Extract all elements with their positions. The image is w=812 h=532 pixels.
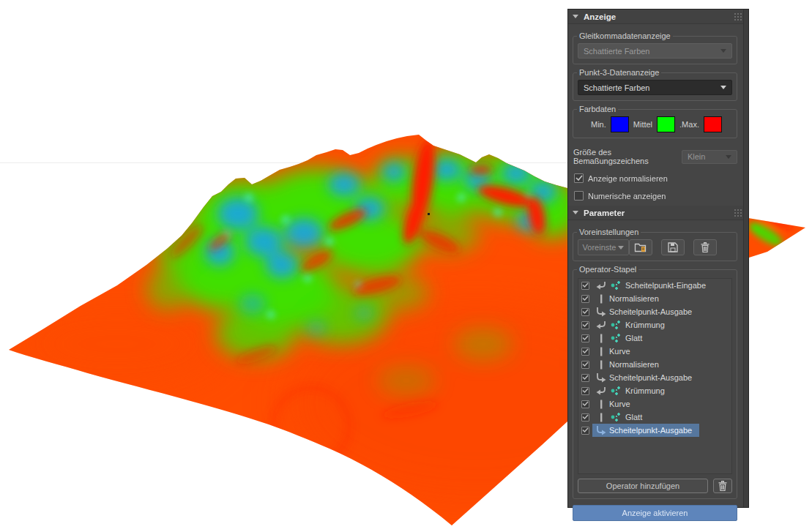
operator-row-body[interactable]: Kurve [592, 397, 699, 411]
presets-dropdown[interactable]: Voreinste [578, 239, 629, 255]
operator-enabled-checkbox[interactable] [581, 282, 589, 290]
operator-row-body[interactable]: Scheitelpunkt-Ausgabe [592, 305, 699, 318]
check-icon [582, 282, 589, 288]
float-display-group: Gleitkommadatenanzeige Schattierte Farbe… [573, 36, 737, 64]
out-icon [595, 373, 608, 383]
operator-row[interactable]: Scheitelpunkt-Eingabe [578, 279, 731, 292]
save-preset-button[interactable] [661, 239, 685, 255]
load-preset-button[interactable] [629, 239, 652, 255]
grip-icon[interactable] [734, 209, 742, 217]
rollout-title: Parameter [584, 209, 734, 217]
display-rollout-panel: Anzeige Gleitkommadatenanzeige Schattier… [567, 9, 749, 508]
operator-row[interactable]: Glatt [578, 331, 731, 345]
operator-enabled-checkbox[interactable] [581, 361, 589, 369]
operator-enabled-checkbox[interactable] [581, 374, 589, 382]
check-icon [582, 335, 589, 341]
particles-icon [608, 333, 624, 343]
operator-enabled-checkbox[interactable] [581, 413, 589, 422]
operator-row-body[interactable]: Normalisieren [592, 292, 699, 305]
delete-preset-button[interactable] [693, 239, 717, 255]
chevron-down-icon [618, 246, 624, 250]
operator-enabled-checkbox[interactable] [581, 295, 589, 303]
check-icon [582, 361, 589, 367]
particles-icon [608, 280, 624, 291]
operator-label: Scheitelpunkt-Ausgabe [608, 373, 692, 382]
operator-stack-group: Operator-Stapel Scheitelpunkt-Eingabe [573, 269, 737, 499]
operator-row-body[interactable]: Scheitelpunkt-Ausgabe [592, 371, 699, 384]
trash-icon [718, 481, 727, 491]
check-icon [582, 296, 589, 301]
max-color-swatch[interactable] [704, 116, 722, 132]
operator-row-body[interactable]: Kurve [592, 345, 699, 358]
rollout-collapse-icon[interactable] [573, 15, 578, 18]
operator-label: Krümmung [624, 386, 665, 395]
delete-operator-button[interactable] [713, 479, 732, 493]
bar-icon [595, 413, 608, 422]
bar-icon [595, 334, 607, 343]
operator-row[interactable]: Normalisieren [578, 358, 731, 371]
operator-stack-list[interactable]: Scheitelpunkt-Eingabe Normalisieren [578, 278, 732, 474]
operator-enabled-checkbox[interactable] [581, 427, 589, 435]
operator-row[interactable]: Krümmung [578, 318, 731, 331]
add-operator-button[interactable]: Operator hinzufügen [578, 479, 708, 493]
operator-row-body[interactable]: Glatt [592, 411, 699, 424]
stack-buttons-row: Operator hinzufügen [578, 479, 732, 493]
normalize-display-checkbox-row[interactable]: Anzeige normalisieren [573, 173, 737, 183]
out-icon [595, 307, 607, 317]
grip-icon[interactable] [734, 12, 742, 21]
operator-row-body[interactable]: Glatt [592, 331, 699, 345]
operator-enabled-checkbox[interactable] [581, 400, 589, 408]
presets-row: Voreinste [578, 239, 732, 255]
bar-icon [595, 294, 607, 304]
operator-row[interactable]: Scheitelpunkt-Ausgabe [578, 371, 731, 384]
check-icon [582, 401, 589, 407]
checkbox[interactable] [574, 191, 584, 201]
dimension-sign-size-combo[interactable]: Klein [682, 150, 737, 164]
checkbox[interactable] [574, 173, 584, 183]
application-window: Anzeige Gleitkommadatenanzeige Schattier… [0, 0, 812, 532]
operator-row-body[interactable]: Scheitelpunkt-Eingabe [592, 279, 706, 292]
operator-enabled-checkbox[interactable] [581, 387, 589, 395]
operator-label: Krümmung [624, 321, 665, 329]
rollout-header-parameter[interactable]: Parameter [568, 206, 748, 220]
parameter-body: Voreinstellungen Voreinste [568, 220, 748, 526]
operator-enabled-checkbox[interactable] [581, 334, 589, 342]
operator-row[interactable]: Glatt [578, 411, 731, 424]
operator-label: Kurve [608, 347, 630, 356]
min-color-swatch[interactable] [611, 116, 629, 132]
operator-enabled-checkbox[interactable] [581, 348, 589, 356]
operator-row-body[interactable]: Scheitelpunkt-Ausgabe [592, 424, 699, 437]
rollout-collapse-icon[interactable] [573, 211, 578, 214]
operator-row-body[interactable]: Krümmung [592, 318, 699, 331]
particles-icon [608, 386, 624, 396]
operator-row[interactable]: Scheitelpunkt-Ausgabe [578, 305, 731, 318]
out-icon [595, 373, 607, 383]
particles-icon [609, 320, 622, 330]
bar-icon [595, 360, 607, 370]
operator-enabled-checkbox[interactable] [581, 308, 589, 316]
particles-icon [608, 320, 624, 330]
operator-enabled-checkbox[interactable] [581, 321, 589, 329]
point3-display-combo[interactable]: Schattierte Farben [578, 80, 732, 95]
operator-row[interactable]: Krümmung [578, 384, 731, 397]
bar-icon [595, 347, 608, 356]
color-data-row: Min. Mittel .Max. [578, 116, 732, 132]
mid-color-swatch[interactable] [657, 116, 675, 132]
operator-label: Scheitelpunkt-Ausgabe [608, 307, 692, 316]
operator-row[interactable]: Normalisieren [578, 292, 731, 305]
bar-icon [595, 413, 607, 422]
operator-row-body[interactable]: Normalisieren [592, 358, 699, 371]
bar-icon [595, 347, 607, 356]
rollout-header-anzeige[interactable]: Anzeige [568, 10, 748, 24]
operator-row[interactable]: Kurve [578, 397, 731, 411]
check-icon [576, 175, 583, 181]
check-icon [582, 348, 589, 354]
operator-row[interactable]: Scheitelpunkt-Ausgabe [578, 424, 731, 437]
panel-right-gutter [743, 10, 748, 507]
float-display-combo[interactable]: Schattierte Farben [578, 43, 732, 59]
numeric-display-checkbox-row[interactable]: Numerische anzeigen [573, 191, 737, 201]
operator-row[interactable]: Kurve [578, 345, 731, 358]
activate-display-button[interactable]: Anzeige aktivieren [573, 505, 737, 521]
operator-row-body[interactable]: Krümmung [592, 384, 699, 397]
group-label: Gleitkommadatenanzeige [577, 31, 673, 40]
